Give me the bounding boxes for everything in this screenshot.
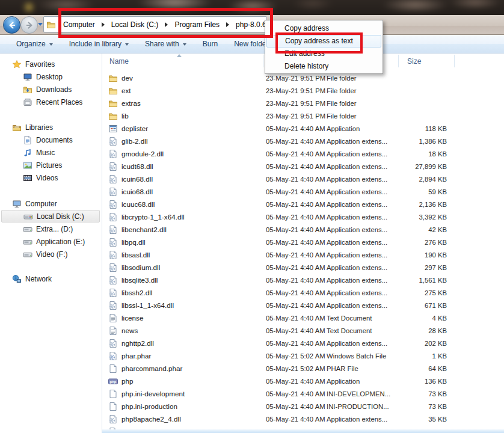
file-size: 1,561 KB (399, 277, 447, 284)
breadcrumb-separator-icon (226, 22, 229, 27)
file-row[interactable]: php php 05-May-21 4:40 AM Application 13… (102, 375, 504, 387)
file-type: File folder (327, 100, 399, 107)
file-row[interactable]: libsodium.dll 05-May-21 4:40 AM Applicat… (102, 261, 504, 274)
sidebar-item-icon (23, 224, 32, 234)
file-size: 42 KB (399, 226, 447, 233)
breadcrumb-separator-icon (165, 22, 168, 27)
column-separator[interactable] (454, 55, 455, 67)
sidebar-group-header[interactable]: Favorites (0, 58, 101, 70)
sidebar-item[interactable]: Documents (0, 134, 101, 146)
sidebar-item-icon (23, 72, 32, 82)
file-row[interactable]: libsqlite3.dll 05-May-21 4:40 AM Applica… (102, 274, 504, 286)
address-context-menu: Copy address Copy address as text Edit a… (265, 20, 383, 74)
context-menu-item[interactable]: Copy address (265, 22, 383, 35)
file-row[interactable]: extras 23-May-21 9:51 PM File folder (102, 97, 504, 109)
file-row[interactable]: license 05-May-21 4:40 AM Text Document … (102, 312, 504, 324)
sidebar-item[interactable]: Application (E:) (0, 235, 101, 248)
sidebar-item[interactable]: Extra... (D:) (0, 223, 101, 235)
file-size: 202 KB (399, 340, 447, 347)
file-size: 18 KB (399, 150, 447, 158)
file-size: 276 KB (399, 239, 447, 246)
context-menu-item[interactable]: Copy address as text (266, 35, 381, 48)
file-row[interactable]: icuio68.dll 05-May-21 4:40 AM Applicatio… (102, 185, 504, 198)
file-type: PHAR File (327, 365, 399, 372)
chevron-down-icon (125, 43, 129, 46)
address-bar[interactable]: Computer Local Disk (C:) Program Files p… (43, 16, 267, 32)
sidebar-item[interactable]: Downloads (0, 83, 101, 96)
context-menu-item[interactable]: Edit address (265, 48, 383, 60)
file-size: 2,136 KB (399, 201, 447, 208)
breadcrumb-segment: Program Files (161, 20, 222, 29)
chevron-down-icon (49, 43, 53, 46)
sidebar-item[interactable]: Pictures (0, 159, 101, 171)
file-row[interactable]: libssl-1_1-x64.dll 05-May-21 4:40 AM App… (102, 299, 504, 312)
file-type: Application extens... (327, 163, 399, 170)
recent-pages-dropdown-icon[interactable] (38, 23, 43, 26)
sidebar-item[interactable]: Video (F:) (0, 248, 101, 260)
column-separator[interactable] (398, 55, 399, 67)
file-row[interactable]: ext 23-May-21 9:51 PM File folder (102, 84, 504, 97)
sidebar-group: Computer Local Disk (C:) Extra... (D:) (0, 197, 101, 260)
file-row[interactable]: lib 23-May-21 9:51 PM File folder (102, 109, 504, 122)
breadcrumb-item[interactable]: Program Files (172, 20, 222, 29)
file-row[interactable]: libenchant2.dll 05-May-21 4:40 AM Applic… (102, 223, 504, 236)
file-row[interactable]: pharcommand.phar 05-May-21 5:02 AM PHAR … (102, 362, 504, 375)
column-header-name[interactable]: Name (109, 57, 129, 66)
file-date-modified: 05-May-21 4:40 AM (266, 340, 327, 347)
file-row[interactable]: gmodule-2.dll 05-May-21 4:40 AM Applicat… (102, 147, 504, 160)
sidebar-item[interactable]: Local Disk (C:) (1, 210, 100, 223)
context-menu-item[interactable]: Delete history (265, 60, 383, 73)
file-row[interactable]: icuin68.dll 05-May-21 4:40 AM Applicatio… (102, 173, 504, 185)
file-name: php (118, 377, 266, 385)
toolbar-button[interactable]: New folder (234, 40, 268, 48)
file-row[interactable]: nghttp2.dll 05-May-21 4:40 AM Applicatio… (102, 337, 504, 349)
file-type: Application (327, 125, 399, 132)
file-type-icon (108, 275, 118, 285)
file-row[interactable]: deplister 05-May-21 4:40 AM Application … (102, 122, 504, 135)
back-button[interactable] (3, 16, 20, 34)
file-row[interactable]: phar.phar 05-May-21 5:02 AM Windows Batc… (102, 349, 504, 362)
file-type-icon (108, 212, 118, 222)
sidebar-item[interactable]: Music (0, 146, 101, 159)
file-name: extras (118, 99, 266, 107)
sidebar-item-icon (23, 250, 32, 259)
toolbar-button[interactable]: Include in library (69, 40, 129, 48)
toolbar-button[interactable]: Organize (16, 40, 53, 48)
file-date-modified: 05-May-21 4:40 AM (266, 403, 327, 410)
file-type: Application extens... (327, 340, 399, 347)
file-row[interactable]: libpq.dll 05-May-21 4:40 AM Application … (102, 236, 504, 248)
toolbar-button[interactable]: Burn (203, 40, 218, 48)
sidebar-group-header[interactable]: Libraries (0, 121, 101, 134)
file-row[interactable]: php8apache2_4.dll 05-May-21 4:40 AM Appl… (102, 413, 504, 425)
file-row[interactable]: news 05-May-21 4:40 AM Text Document 28 … (102, 324, 504, 337)
file-type-icon (108, 389, 118, 399)
forward-button[interactable] (20, 16, 38, 34)
file-row[interactable]: php.ini-development 05-May-21 4:40 AM IN… (102, 387, 504, 400)
file-row[interactable]: libcrypto-1_1-x64.dll 05-May-21 4:40 AM … (102, 210, 504, 223)
file-type-icon (108, 111, 118, 121)
sidebar-item[interactable]: Recent Places (0, 96, 101, 108)
sidebar-item[interactable]: Videos (0, 171, 101, 184)
breadcrumb: Computer Local Disk (C:) Program Files p… (61, 20, 269, 29)
file-type: Windows Batch File (327, 352, 399, 360)
breadcrumb-item[interactable]: php-8.0.6 (233, 20, 269, 29)
file-name: ext (118, 87, 266, 94)
file-row[interactable]: libsasl.dll 05-May-21 4:40 AM Applicatio… (102, 248, 504, 261)
file-type: Application extens... (327, 226, 399, 233)
sidebar-group-header[interactable]: Network (0, 272, 101, 285)
toolbar-button[interactable]: Share with (145, 40, 186, 48)
breadcrumb-item[interactable]: Computer (61, 20, 97, 29)
file-row[interactable]: glib-2.dll 05-May-21 4:40 AM Application… (102, 135, 504, 147)
sidebar-item[interactable]: Desktop (0, 70, 101, 83)
address-band: Computer Local Disk (C:) Program Files p… (0, 15, 504, 35)
file-row[interactable]: libssh2.dll 05-May-21 4:40 AM Applicatio… (102, 286, 504, 299)
file-row[interactable]: icudt68.dll 05-May-21 4:40 AM Applicatio… (102, 160, 504, 173)
file-row[interactable]: php.ini-production 05-May-21 4:40 AM INI… (102, 400, 504, 413)
column-header-size[interactable]: Size (407, 57, 421, 66)
sidebar-group-header[interactable]: Computer (0, 197, 101, 210)
column-separator[interactable] (263, 55, 263, 67)
command-toolbar: Organize Include in library Share with B… (0, 35, 504, 54)
file-row[interactable]: icuuc68.dll 05-May-21 4:40 AM Applicatio… (102, 198, 504, 210)
breadcrumb-item[interactable]: Local Disk (C:) (109, 20, 161, 29)
file-size: 28 KB (399, 327, 447, 334)
